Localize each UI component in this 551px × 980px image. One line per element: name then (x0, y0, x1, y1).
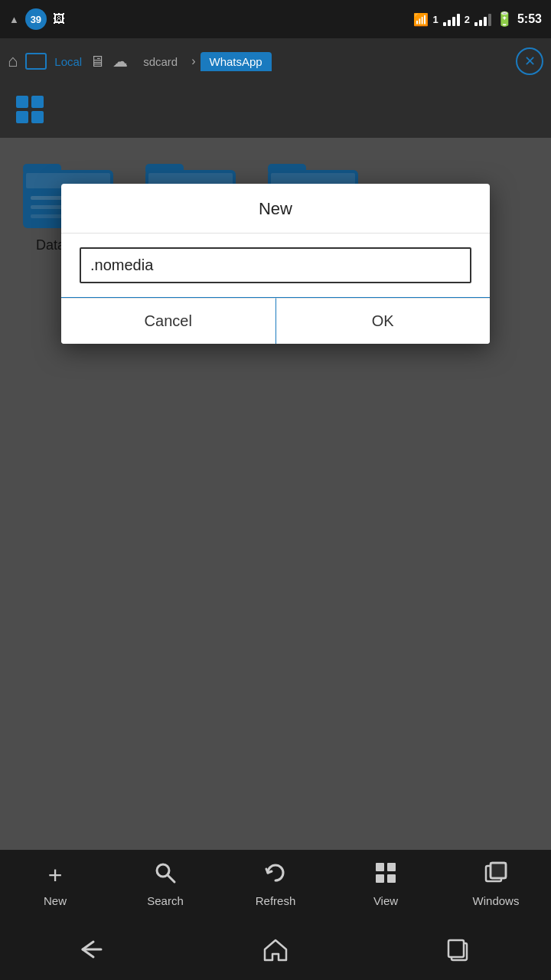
toolbar-windows[interactable]: Windows (450, 861, 542, 907)
ok-button[interactable]: OK (276, 298, 491, 344)
close-tab-button[interactable]: ✕ (516, 47, 543, 75)
new-file-dialog: New Cancel OK (61, 184, 490, 344)
dialog-title: New (61, 184, 490, 234)
main-content: Databases Media ProfilePictures New (0, 138, 551, 850)
signal2-label: 2 (465, 14, 470, 25)
explorer-folder-icon (12, 92, 51, 130)
status-right: 📶 1 2 🔋 5:53 (413, 11, 543, 28)
svg-rect-33 (448, 940, 464, 957)
svg-rect-24 (376, 863, 384, 871)
svg-rect-29 (491, 863, 506, 878)
signal1-bars (443, 12, 460, 26)
view-icon (374, 861, 397, 890)
home-icon[interactable]: ⌂ (8, 51, 18, 71)
back-button[interactable] (61, 919, 122, 980)
signal2-bars (474, 12, 491, 26)
svg-rect-3 (31, 111, 44, 123)
battery-icon: 🔋 (496, 11, 513, 28)
server-icon[interactable]: 🖥 (90, 53, 105, 70)
dialog-overlay: New Cancel OK (0, 138, 551, 850)
svg-rect-2 (16, 111, 28, 123)
svg-rect-0 (16, 96, 28, 108)
search-icon (154, 861, 177, 890)
svg-rect-25 (387, 863, 396, 871)
status-bar: ▲ 39 🖼 📶 1 2 🔋 5:53 (0, 0, 551, 38)
home-button[interactable] (245, 919, 306, 980)
new-icon: + (48, 861, 63, 890)
svg-rect-26 (376, 874, 384, 883)
local-icon[interactable] (25, 53, 47, 70)
recents-button[interactable] (429, 919, 490, 980)
toolbar-refresh[interactable]: Refresh (230, 861, 321, 907)
search-label: Search (147, 894, 184, 907)
svg-rect-1 (31, 96, 44, 108)
svg-line-23 (168, 875, 174, 882)
android-nav-bar (0, 919, 551, 980)
new-filename-input[interactable] (80, 247, 471, 283)
new-label: New (44, 894, 67, 907)
toolbar-search[interactable]: Search (119, 861, 211, 907)
toolbar-view[interactable]: View (340, 861, 432, 907)
breadcrumb-whatsapp[interactable]: WhatsApp (201, 52, 272, 71)
cancel-button[interactable]: Cancel (61, 298, 276, 344)
local-label: Local (54, 55, 82, 68)
svg-rect-27 (387, 874, 396, 883)
dialog-buttons: Cancel OK (61, 298, 490, 344)
explorer-header (0, 84, 551, 138)
breadcrumb-sdcard[interactable]: sdcard (134, 52, 187, 71)
refresh-label: Refresh (256, 894, 296, 907)
nav-icons: ⌂ Local 🖥 ☁ (8, 51, 128, 71)
time-display: 5:53 (517, 12, 542, 26)
grid-icon-svg (15, 94, 48, 128)
close-icon: ✕ (524, 53, 536, 70)
breadcrumb: sdcard › WhatsApp (134, 52, 510, 71)
signal1-label: 1 (433, 14, 439, 25)
dialog-input-wrapper (61, 234, 490, 298)
view-label: View (373, 894, 398, 907)
notification-badge: 39 (25, 8, 47, 30)
nav-bar: ⌂ Local 🖥 ☁ sdcard › WhatsApp ✕ (0, 38, 551, 84)
image-icon: 🖼 (53, 12, 65, 26)
breadcrumb-separator: › (191, 54, 195, 68)
toolbar-new[interactable]: + New (9, 861, 101, 907)
cloud-icon[interactable]: ☁ (112, 52, 128, 70)
status-left: ▲ 39 🖼 (9, 8, 65, 30)
windows-label: Windows (473, 894, 520, 907)
refresh-icon (264, 861, 287, 890)
wifi-icon: 📶 (413, 12, 429, 27)
signal-icon-left: ▲ (9, 14, 19, 25)
windows-icon (484, 861, 507, 890)
bottom-toolbar: + New Search Refresh (0, 850, 551, 919)
